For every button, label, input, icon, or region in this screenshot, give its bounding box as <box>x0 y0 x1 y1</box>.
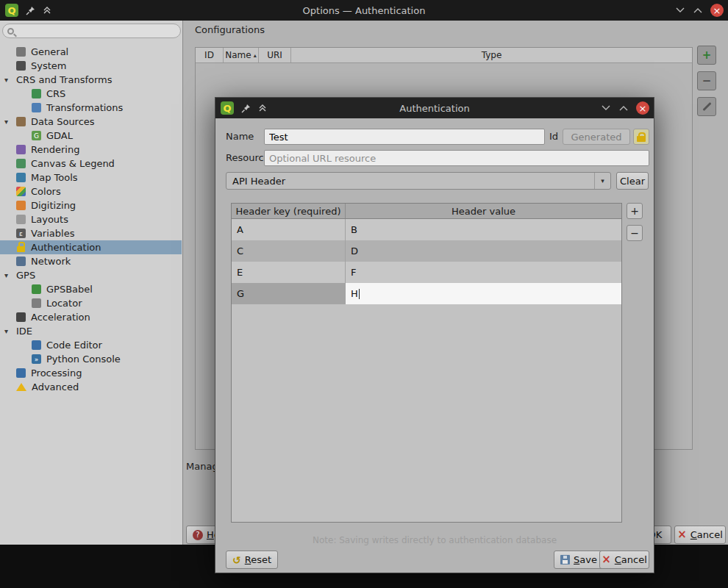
header-value-cell[interactable]: B <box>346 219 621 240</box>
header-row[interactable]: CD <box>232 240 621 262</box>
sidebar-item-label: Colors <box>31 186 61 197</box>
sidebar-item-python-console[interactable]: »Python Console <box>0 352 182 366</box>
remove-header-button[interactable]: − <box>627 225 643 241</box>
header-table-head: Header key (required)Header value <box>232 204 621 219</box>
header-table-body[interactable]: ABCDEFGH <box>232 219 621 304</box>
sidebar-item-ide[interactable]: ▾IDE <box>0 324 182 338</box>
id-generated-button[interactable]: Generated <box>563 129 630 145</box>
maximize-window-icon[interactable] <box>693 5 703 15</box>
options-search-input[interactable] <box>14 26 180 36</box>
header-value-cell[interactable]: F <box>346 262 621 283</box>
dialog-cancel-button[interactable]: × Cancel <box>599 551 649 569</box>
sidebar-item-authentication[interactable]: Authentication <box>0 240 182 254</box>
sidebar-item-general[interactable]: General <box>0 45 182 59</box>
header-key-cell[interactable]: G <box>232 283 346 304</box>
expander-down-icon[interactable]: ▾ <box>4 118 16 126</box>
auth-method-select[interactable]: API Header ▾ <box>226 172 611 190</box>
data-sources-icon <box>16 117 26 126</box>
sidebar-item-label: Data Sources <box>31 116 95 127</box>
add-configuration-button[interactable]: + <box>697 46 716 65</box>
config-column-type[interactable]: Type <box>291 48 692 62</box>
processing-icon <box>16 368 26 378</box>
header-row[interactable]: EF <box>232 262 621 283</box>
sidebar-item-code-editor[interactable]: Code Editor <box>0 338 182 352</box>
sidebar-item-label: Python Console <box>46 354 121 365</box>
sidebar-item-network[interactable]: Network <box>0 254 182 268</box>
help-icon: ? <box>193 530 203 540</box>
config-column-id[interactable]: ID <box>196 48 224 62</box>
header-key-cell[interactable]: C <box>232 240 346 262</box>
sidebar-item-gps[interactable]: ▾GPS <box>0 268 182 282</box>
sidebar-item-advanced[interactable]: Advanced <box>0 380 182 394</box>
header-value-cell[interactable]: D <box>346 240 621 262</box>
header-row[interactable]: AB <box>232 219 621 240</box>
sidebar-item-crs-and-transforms[interactable]: ▾CRS and Transforms <box>0 73 182 87</box>
sidebar-item-canvas-legend[interactable]: Canvas & Legend <box>0 157 182 171</box>
maximize-window-icon[interactable] <box>618 103 629 113</box>
reset-button[interactable]: ↺ Reset <box>226 551 278 569</box>
cancel-icon: × <box>677 529 687 540</box>
remove-configuration-button[interactable]: − <box>697 71 716 90</box>
sidebar-item-acceleration[interactable]: Acceleration <box>0 310 182 324</box>
clear-button[interactable]: Clear <box>616 172 649 190</box>
sidebar-item-label: CRS and Transforms <box>16 74 113 85</box>
sidebar-item-layouts[interactable]: Layouts <box>0 212 182 226</box>
header-row[interactable]: GH <box>232 283 621 304</box>
sidebar-item-rendering[interactable]: Rendering <box>0 143 182 157</box>
chevron-down-icon: ▾ <box>594 173 610 189</box>
expander-down-icon[interactable]: ▾ <box>4 327 16 335</box>
sidebar-item-colors[interactable]: Colors <box>0 184 182 198</box>
resource-input[interactable] <box>264 150 649 166</box>
sidebar-item-label: Acceleration <box>31 312 90 323</box>
sidebar-item-crs[interactable]: CRS <box>0 87 182 101</box>
config-column-uri[interactable]: URI <box>259 48 291 62</box>
expander-down-icon[interactable]: ▾ <box>4 76 16 84</box>
id-lock-button[interactable] <box>633 129 649 145</box>
header-table[interactable]: Header key (required)Header value ABCDEF… <box>231 203 622 523</box>
shade-window-icon[interactable] <box>675 5 685 15</box>
config-column-name[interactable]: Name▴ <box>224 48 259 62</box>
sidebar-item-digitizing[interactable]: Digitizing <box>0 198 182 212</box>
qgis-logo-icon: Q <box>5 4 18 17</box>
add-header-button[interactable]: + <box>627 203 643 219</box>
header-value-column[interactable]: Header value <box>346 204 621 218</box>
pin-icon[interactable] <box>240 103 251 113</box>
sidebar-item-processing[interactable]: Processing <box>0 366 182 380</box>
lock-icon <box>637 132 646 142</box>
collapse-all-icon[interactable] <box>42 5 52 15</box>
authentication-titlebar[interactable]: Q Authentication × <box>215 98 654 118</box>
sidebar-item-data-sources[interactable]: ▾Data Sources <box>0 115 182 129</box>
sidebar-item-transformations[interactable]: Transformations <box>0 101 182 115</box>
transformations-icon <box>32 103 41 112</box>
pin-icon[interactable] <box>25 5 35 15</box>
edit-configuration-button[interactable] <box>697 97 716 116</box>
rendering-icon <box>16 145 26 154</box>
sidebar-item-system[interactable]: System <box>0 59 182 73</box>
save-button[interactable]: Save <box>554 551 604 569</box>
options-search[interactable] <box>2 24 181 38</box>
expander-down-icon[interactable]: ▾ <box>4 271 16 279</box>
name-label: Name <box>226 129 254 145</box>
collapse-all-icon[interactable] <box>257 103 268 113</box>
shade-window-icon[interactable] <box>601 103 611 113</box>
sidebar-item-label: System <box>31 60 66 71</box>
header-key-cell[interactable]: E <box>232 262 346 283</box>
header-value-cell[interactable]: H <box>346 283 621 304</box>
sidebar-item-label: Digitizing <box>31 200 76 211</box>
cancel-button[interactable]: × Cancel <box>674 526 726 544</box>
variables-icon: ε <box>16 229 26 238</box>
sort-ascending-icon: ▴ <box>254 52 257 59</box>
gdal-icon: G <box>32 131 41 140</box>
search-icon <box>7 28 14 35</box>
header-key-column[interactable]: Header key (required) <box>232 204 346 218</box>
name-input[interactable] <box>264 129 545 145</box>
options-titlebar[interactable]: Q Options — Authentication × <box>0 0 728 21</box>
sidebar-item-gpsbabel[interactable]: GPSBabel <box>0 282 182 296</box>
header-key-cell[interactable]: A <box>232 219 346 240</box>
close-window-button[interactable]: × <box>710 4 724 17</box>
sidebar-item-gdal[interactable]: GGDAL <box>0 129 182 143</box>
sidebar-item-locator[interactable]: Locator <box>0 296 182 310</box>
close-dialog-button[interactable]: × <box>636 101 649 115</box>
sidebar-item-variables[interactable]: εVariables <box>0 226 182 240</box>
sidebar-item-map-tools[interactable]: Map Tools <box>0 171 182 184</box>
